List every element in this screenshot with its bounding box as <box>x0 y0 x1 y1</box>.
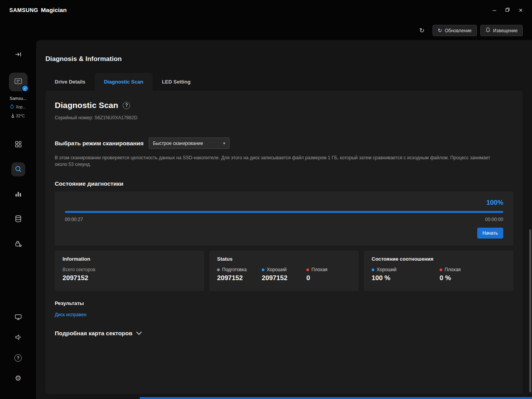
sidebar-item-dashboard[interactable] <box>11 138 25 152</box>
settings-gear-icon: ⚙ <box>15 375 21 382</box>
database-icon <box>14 215 22 224</box>
drive-name-label: Samsu... <box>10 96 26 101</box>
help-circle-icon[interactable]: ? <box>123 102 130 109</box>
legend-good-label: Хороший <box>267 267 287 272</box>
expand-sidebar-button[interactable] <box>13 49 24 60</box>
dot-blue <box>372 268 374 271</box>
brand-samsung: SAMSUNG <box>9 7 38 13</box>
select-chevron-down-icon: ▾ <box>223 141 225 145</box>
time-elapsed: 00:00:27 <box>65 217 83 222</box>
update-refresh-icon: ↻ <box>438 28 442 33</box>
serial-number-label: Серийный номер: S6Z1NU0XA17882D <box>55 115 513 120</box>
tab-drive-details[interactable]: Drive Details <box>45 73 95 91</box>
legend-ratio-good: Хороший <box>372 267 440 272</box>
scan-mode-selected-value: Быстрое сканирование <box>153 141 203 146</box>
page-title: Diagnosis & Information <box>36 44 532 63</box>
status-col-bad: Плохая 0 <box>306 267 351 282</box>
vertical-scrollbar-thumb[interactable] <box>529 229 531 392</box>
legend-preparation: Подготовка <box>217 267 262 272</box>
update-button-label: Обновление <box>445 28 471 33</box>
tab-bar: Drive Details Diagnostic Scan LED Settin… <box>45 73 532 91</box>
sidebar-item-performance[interactable] <box>11 187 25 201</box>
bad-value: 0 <box>306 274 351 282</box>
sidebar-item-system-info[interactable] <box>14 313 23 322</box>
status-columns: Подготовка 2097152 Хороший 2097152 <box>217 267 351 282</box>
ratio-col-good: Хороший 100 % <box>372 267 440 282</box>
scan-mode-row: Выбрать режим сканирования Быстрое скани… <box>55 138 513 149</box>
sector-map-toggle[interactable]: Подробная карта секторов <box>55 330 141 336</box>
sidebar-item-security[interactable] <box>11 237 25 251</box>
status-card-title: Status <box>217 256 351 262</box>
question-glyph: ? <box>125 103 128 108</box>
legend-ratio-bad: Плохая <box>440 267 461 272</box>
legend-ratio-bad-label: Плохая <box>445 267 461 272</box>
restore-button[interactable] <box>502 4 513 16</box>
legend-good: Хороший <box>262 267 306 272</box>
scan-description: В этом сканировании проверяется целостно… <box>55 155 495 168</box>
total-sectors-label: Всего секторов <box>63 267 196 272</box>
dashboard-grid-icon <box>14 140 22 149</box>
sidebar-item-diagnosis[interactable] <box>11 162 25 176</box>
tab-led-setting[interactable]: LED Setting <box>153 73 200 91</box>
notification-button-label: Извещение <box>493 28 518 33</box>
brand-app-name: Magician <box>41 7 66 14</box>
progress-bar-fill <box>65 211 503 213</box>
diagnostic-scan-panel: Diagnostic Scan ? Серийный номер: S6Z1NU… <box>45 91 523 394</box>
status-col-good: Хороший 2097152 <box>262 267 306 282</box>
ratio-columns: Хороший 100 % Плохая 0 % <box>372 267 506 282</box>
panel-heading-row: Diagnostic Scan ? <box>55 101 513 110</box>
legend-bad-label: Плохая <box>311 267 327 272</box>
bell-icon <box>485 27 490 34</box>
diagnostic-status-heading: Состояние диагностики <box>55 180 513 187</box>
ratio-col-bad: Плохая 0 % <box>440 267 461 282</box>
update-button[interactable]: ↻ Обновление <box>433 25 476 36</box>
sidebar-item-data-management[interactable] <box>11 212 25 226</box>
magnifier-icon <box>14 165 22 174</box>
sidebar-item-help[interactable]: ? <box>14 354 23 362</box>
drive-selected-check-badge: ✓ <box>21 85 29 92</box>
drive-health-row: Хор... <box>10 104 26 110</box>
chevron-down-icon <box>136 329 142 335</box>
scan-mode-label: Выбрать режим сканирования <box>55 140 144 146</box>
titlebar: SAMSUNG Magician ─ ✕ <box>0 0 532 20</box>
refresh-button[interactable]: ↻ <box>416 25 427 36</box>
sidebar-nav <box>11 138 25 251</box>
results-heading: Результаты <box>55 300 513 306</box>
total-sectors-value: 2097152 <box>63 274 196 282</box>
legend-preparation-label: Подготовка <box>222 267 247 272</box>
start-scan-button[interactable]: Начать <box>477 228 504 239</box>
sector-map-label: Подробная карта секторов <box>55 330 132 336</box>
sidebar-item-announcements[interactable] <box>14 333 23 342</box>
ratio-card-title: Состояние соотношения <box>372 256 506 262</box>
scan-mode-select[interactable]: Быстрое сканирование ▾ <box>149 138 229 149</box>
legend-bad: Плохая <box>306 267 351 272</box>
drive-temperature-row: 32°C <box>11 113 24 119</box>
sidebar: ✓ Samsu... Хор... 32°C <box>0 40 36 399</box>
progress-times: 00:00:27 00:00:00 <box>65 217 503 222</box>
notification-button[interactable]: Извещение <box>480 25 523 36</box>
panel-heading: Diagnostic Scan <box>55 101 118 110</box>
progress-percent: 100% <box>65 199 503 207</box>
dot-gray <box>217 268 220 271</box>
window-controls: ─ ✕ <box>489 4 527 16</box>
restore-icon <box>505 7 510 13</box>
minimize-button[interactable]: ─ <box>489 4 500 16</box>
refresh-icon: ↻ <box>419 27 424 34</box>
information-card-title: Information <box>63 256 196 262</box>
dot-blue <box>262 268 264 271</box>
sidebar-item-settings[interactable]: ⚙ <box>14 374 23 382</box>
results-value: Диск исправен <box>55 312 513 317</box>
close-button[interactable]: ✕ <box>515 4 527 16</box>
drive-temperature-label: 32°C <box>16 114 24 118</box>
bar-chart-icon <box>14 190 22 199</box>
progress-bar-track <box>65 211 503 213</box>
time-remaining: 00:00:00 <box>485 217 503 222</box>
main-content: Diagnosis & Information Drive Details Di… <box>36 40 532 399</box>
status-card: Status Подготовка 2097152 Хороший <box>209 251 359 291</box>
progress-panel: 100% 00:00:27 00:00:00 Начать <box>55 192 513 246</box>
health-drop-icon <box>10 104 14 110</box>
selected-drive-tile[interactable]: ✓ <box>9 73 28 91</box>
tab-diagnostic-scan[interactable]: Diagnostic Scan <box>95 73 153 91</box>
ratio-bad-value: 0 % <box>440 274 461 282</box>
lock-gear-icon <box>14 240 22 249</box>
